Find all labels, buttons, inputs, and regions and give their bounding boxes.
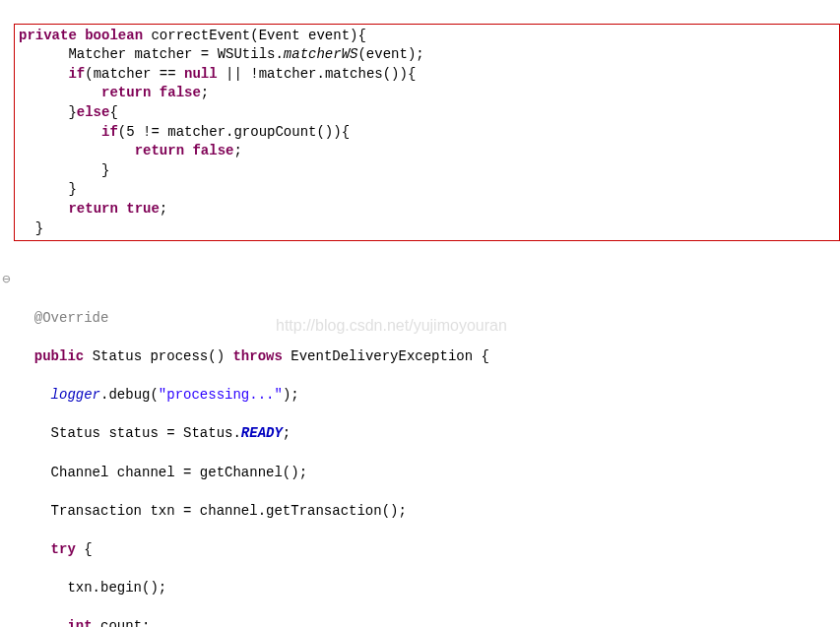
code-editor: private boolean correctEvent(Event event… bbox=[0, 0, 840, 627]
code-line: ⊖ bbox=[18, 271, 840, 290]
code-line: try { bbox=[18, 540, 840, 560]
code-line: private boolean correctEvent(Event event… bbox=[19, 27, 835, 46]
code-line: } bbox=[19, 219, 835, 239]
code-line: Transaction txn = channel.getTransaction… bbox=[18, 502, 840, 522]
code-line: } bbox=[19, 180, 835, 200]
code-line: logger.debug("processing..."); bbox=[18, 386, 840, 406]
code-line: @Override bbox=[18, 309, 840, 329]
code-line: txn.begin(); bbox=[18, 579, 840, 598]
code-line: }else{ bbox=[19, 103, 835, 123]
code-line: int count; bbox=[18, 617, 840, 627]
code-line: if(5 != matcher.groupCount()){ bbox=[19, 123, 835, 143]
code-line: Channel channel = getChannel(); bbox=[18, 464, 840, 483]
code-line: Status status = Status.READY; bbox=[18, 424, 840, 444]
code-line: return true; bbox=[19, 200, 835, 219]
highlighted-method-box: private boolean correctEvent(Event event… bbox=[14, 24, 840, 242]
code-line: Matcher matcher = WSUtils.matcherWS(even… bbox=[19, 45, 835, 65]
code-line: return false; bbox=[19, 142, 835, 161]
code-line: return false; bbox=[19, 84, 835, 103]
code-line: public Status process() throws EventDeli… bbox=[18, 347, 840, 367]
fold-icon[interactable]: ⊖ bbox=[2, 271, 10, 290]
code-line: if(matcher == null || !matcher.matches()… bbox=[19, 65, 835, 85]
code-line: } bbox=[19, 161, 835, 181]
